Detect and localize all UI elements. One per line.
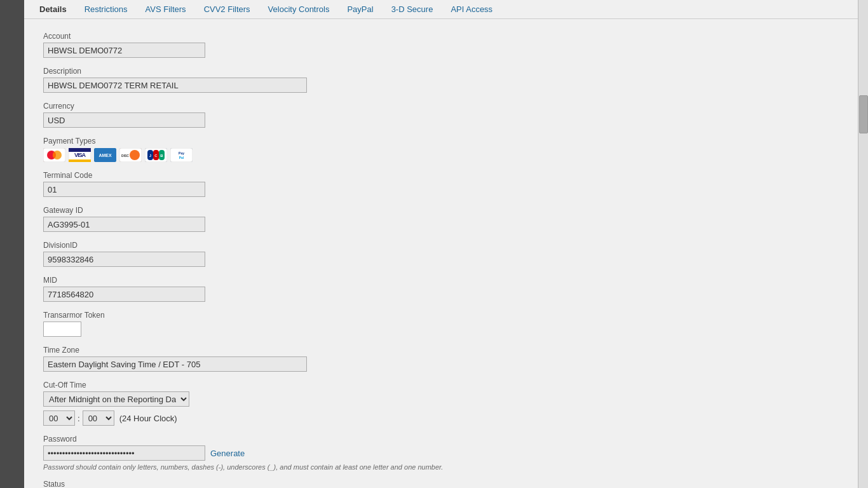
transarmor-label: Transarmor Token <box>43 311 839 320</box>
svg-point-10 <box>130 150 140 160</box>
description-group: Description <box>43 67 839 93</box>
tab-avs-filters[interactable]: AVS Filters <box>137 1 195 18</box>
cutoff-select[interactable]: After Midnight on the Reporting Day Befo… <box>43 391 189 407</box>
account-group: Account <box>43 32 839 58</box>
jcb-icon: J C B <box>145 148 167 162</box>
form-area: Account Description Currency Payment Typ… <box>24 19 858 488</box>
password-hint: Password should contain only letters, nu… <box>43 463 839 471</box>
svg-text:DISC: DISC <box>121 154 129 158</box>
password-row: Generate <box>43 445 839 461</box>
svg-text:VISA: VISA <box>74 152 86 158</box>
division-id-group: DivisionID <box>43 241 839 267</box>
transarmor-input[interactable] <box>43 322 81 337</box>
content-area: Details Restrictions AVS Filters CVV2 Fi… <box>24 0 858 488</box>
mastercard-icon <box>43 148 65 162</box>
payment-icons: VISA AMEX DISC <box>43 148 839 162</box>
sidebar <box>0 0 24 488</box>
gateway-id-label: Gateway ID <box>43 206 839 215</box>
tab-api-access[interactable]: API Access <box>442 1 501 18</box>
gateway-id-group: Gateway ID <box>43 206 839 232</box>
division-id-label: DivisionID <box>43 241 839 250</box>
terminal-code-group: Terminal Code <box>43 171 839 197</box>
paypal-icon: Pay Pal <box>170 148 193 162</box>
terminal-code-label: Terminal Code <box>43 171 839 180</box>
password-group: Password Generate Password should contai… <box>43 435 839 471</box>
time-clock-label: (24 Hour Clock) <box>119 414 177 423</box>
minute-select[interactable]: 00 15 30 45 <box>83 410 114 426</box>
amex-icon: AMEX <box>94 148 116 162</box>
mid-input[interactable] <box>43 287 205 302</box>
mid-group: MID <box>43 276 839 302</box>
status-group: Status <box>43 480 839 488</box>
svg-rect-19 <box>170 148 193 162</box>
account-label: Account <box>43 32 839 41</box>
time-row: 00 01 02 : 00 15 30 45 (24 Hour Clock) <box>43 410 839 426</box>
svg-rect-5 <box>69 159 91 162</box>
svg-text:AMEX: AMEX <box>98 153 112 158</box>
svg-text:C: C <box>154 154 158 158</box>
svg-text:Pal: Pal <box>179 156 184 159</box>
timezone-input[interactable] <box>43 356 307 372</box>
description-label: Description <box>43 67 839 76</box>
payment-types-label: Payment Types <box>43 137 839 146</box>
cutoff-group: Cut-Off Time After Midnight on the Repor… <box>43 381 839 426</box>
generate-link[interactable]: Generate <box>210 449 245 458</box>
currency-group: Currency <box>43 102 839 128</box>
svg-text:J: J <box>149 154 151 158</box>
currency-input[interactable] <box>43 112 205 128</box>
password-label: Password <box>43 435 839 444</box>
mid-label: MID <box>43 276 839 285</box>
currency-label: Currency <box>43 102 839 111</box>
timezone-label: Time Zone <box>43 346 839 355</box>
cutoff-label: Cut-Off Time <box>43 381 839 390</box>
division-id-input[interactable] <box>43 252 205 267</box>
payment-types-group: Payment Types <box>43 137 839 162</box>
tab-restrictions[interactable]: Restrictions <box>76 1 137 18</box>
status-label: Status <box>43 480 839 488</box>
scrollbar[interactable] <box>858 0 868 488</box>
tab-details[interactable]: Details <box>31 1 76 18</box>
svg-text:B: B <box>160 154 163 158</box>
transarmor-group: Transarmor Token <box>43 311 839 337</box>
tab-paypal[interactable]: PayPal <box>338 1 382 18</box>
scrollbar-thumb[interactable] <box>859 95 868 133</box>
password-input[interactable] <box>43 445 205 461</box>
hour-select[interactable]: 00 01 02 <box>43 410 75 426</box>
tab-3d-secure[interactable]: 3-D Secure <box>383 1 442 18</box>
discover-icon: DISC <box>119 148 142 162</box>
time-separator: : <box>78 414 80 423</box>
gateway-id-input[interactable] <box>43 217 205 232</box>
svg-text:Pay: Pay <box>179 151 184 155</box>
tab-bar: Details Restrictions AVS Filters CVV2 Fi… <box>24 0 858 19</box>
timezone-group: Time Zone <box>43 346 839 372</box>
terminal-code-input[interactable] <box>43 182 205 197</box>
visa-icon: VISA <box>69 148 91 162</box>
description-input[interactable] <box>43 78 307 93</box>
tab-cvv2-filters[interactable]: CVV2 Filters <box>195 1 259 18</box>
account-input[interactable] <box>43 43 205 58</box>
tab-velocity-controls[interactable]: Velocity Controls <box>259 1 339 18</box>
